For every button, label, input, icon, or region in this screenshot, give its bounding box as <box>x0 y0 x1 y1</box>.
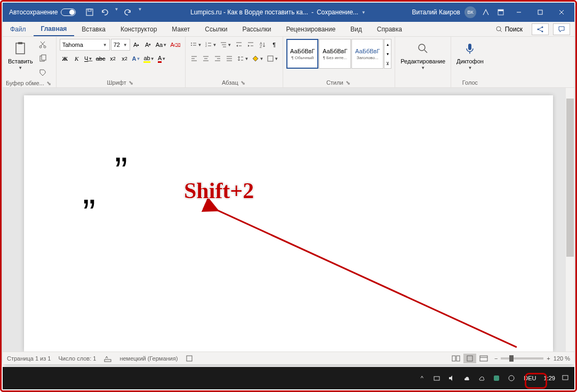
close-button[interactable] <box>551 3 572 22</box>
format-painter-button[interactable] <box>37 67 48 78</box>
scrollbar-thumb[interactable] <box>566 99 574 257</box>
justify-button[interactable] <box>224 53 235 64</box>
tab-view[interactable]: Вид <box>343 22 370 36</box>
undo-dropdown-icon[interactable]: ▼ <box>114 7 118 18</box>
redo-icon[interactable] <box>123 7 133 18</box>
copy-button[interactable] <box>37 53 48 64</box>
shading-button[interactable]: ▼ <box>251 53 265 64</box>
tab-file[interactable]: Файл <box>3 22 34 36</box>
underline-button[interactable]: Ч▼ <box>83 53 94 64</box>
tab-layout[interactable]: Макет <box>164 22 197 36</box>
style-nointerval[interactable]: АаБбВвГ¶ Без инте... <box>319 39 351 69</box>
svg-line-57 <box>217 210 517 347</box>
highlight-button[interactable]: ab▼ <box>142 53 155 64</box>
vertical-scrollbar[interactable] <box>566 88 574 352</box>
search-box[interactable]: Поиск <box>491 24 527 35</box>
group-clipboard: Вставить ▼ Буфер обме...⬊ <box>3 37 57 87</box>
subscript-button[interactable]: x2 <box>107 53 118 64</box>
maximize-button[interactable] <box>530 3 551 22</box>
style-normal[interactable]: АаБбВвГ¶ Обычный <box>286 39 318 69</box>
indent-button[interactable] <box>245 39 256 51</box>
macro-icon[interactable] <box>185 354 194 363</box>
cloud-icon[interactable] <box>477 373 486 383</box>
superscript-button[interactable]: x2 <box>119 53 130 64</box>
multilevel-button[interactable]: ▼ <box>219 39 233 51</box>
tab-insert[interactable]: Вставка <box>74 22 113 36</box>
read-mode-button[interactable] <box>450 354 462 363</box>
save-icon[interactable] <box>84 7 95 18</box>
font-color-button[interactable]: A▼ <box>157 53 167 64</box>
print-layout-button[interactable] <box>463 354 476 363</box>
bullets-button[interactable]: ▼ <box>189 39 203 51</box>
italic-button[interactable]: К <box>71 53 82 64</box>
coming-soon-icon[interactable] <box>480 7 491 18</box>
tab-home[interactable]: Главная <box>34 22 75 36</box>
zoom-slider[interactable] <box>501 357 543 360</box>
text-effects-button[interactable]: A▼ <box>131 53 141 64</box>
clock[interactable]: 1:29 <box>544 375 555 381</box>
style-heading1[interactable]: АаБбВвГЗаголово... <box>351 39 383 69</box>
outdent-button[interactable] <box>234 39 244 51</box>
web-layout-button[interactable] <box>477 354 490 363</box>
ribbon-options-icon[interactable] <box>495 7 506 18</box>
paste-button[interactable]: Вставить ▼ <box>6 39 35 71</box>
strike-button[interactable]: abc <box>95 53 107 64</box>
numbering-button[interactable]: 12▼ <box>204 39 218 51</box>
align-left-button[interactable] <box>189 53 199 64</box>
font-launcher[interactable]: ⬊ <box>129 79 135 86</box>
network-icon[interactable] <box>432 373 442 383</box>
share-button[interactable] <box>532 23 549 35</box>
clear-formatting-button[interactable]: A⌫ <box>169 39 182 51</box>
minimize-button[interactable] <box>508 3 530 22</box>
svg-rect-65 <box>434 377 439 380</box>
paragraph-launcher[interactable]: ⬊ <box>241 79 247 86</box>
autosave-toggle[interactable] <box>61 9 76 16</box>
svg-point-21 <box>191 43 192 44</box>
security-icon[interactable] <box>507 373 516 383</box>
tab-references[interactable]: Ссылки <box>197 22 235 36</box>
line-spacing-button[interactable]: ▼ <box>236 53 250 64</box>
borders-button[interactable]: ▼ <box>266 53 279 64</box>
language-indicator[interactable]: немецкий (Германия) <box>119 355 178 362</box>
svg-rect-5 <box>538 10 542 14</box>
editing-button[interactable]: Редактирование ▼ <box>398 39 447 71</box>
shrink-font-button[interactable]: A▾ <box>143 39 154 51</box>
zoom-out-button[interactable]: − <box>494 355 498 362</box>
change-case-button[interactable]: Aa▼ <box>155 39 168 51</box>
tab-review[interactable]: Рецензирование <box>278 22 343 36</box>
tab-help[interactable]: Справка <box>370 22 410 36</box>
volume-icon[interactable] <box>447 373 456 383</box>
font-size-select[interactable]: 72▼ <box>111 39 130 51</box>
tab-design[interactable]: Конструктор <box>113 22 164 36</box>
align-center-button[interactable] <box>201 53 211 64</box>
user-avatar[interactable]: ВК <box>464 6 476 18</box>
zoom-in-button[interactable]: + <box>547 355 550 362</box>
show-marks-button[interactable]: ¶ <box>269 39 279 51</box>
grow-font-button[interactable]: A▴ <box>131 39 142 51</box>
comments-button[interactable] <box>553 23 570 35</box>
page-indicator[interactable]: Страница 1 из 1 <box>7 355 51 362</box>
align-right-button[interactable] <box>212 53 223 64</box>
clipboard-launcher[interactable]: ⬊ <box>46 80 53 86</box>
spellcheck-icon[interactable] <box>103 354 112 363</box>
tray-expand-icon[interactable]: ^ <box>417 373 427 383</box>
page[interactable]: „ „ Shift+2 <box>24 95 553 352</box>
notifications-icon[interactable] <box>560 373 570 383</box>
onedrive-icon[interactable] <box>462 373 471 383</box>
language-indicator-taskbar[interactable]: DEU <box>522 375 538 381</box>
zoom-level[interactable]: 120 % <box>554 355 570 362</box>
bold-button[interactable]: Ж <box>60 53 70 64</box>
tab-mailings[interactable]: Рассылки <box>235 22 279 36</box>
undo-icon[interactable] <box>99 7 110 18</box>
styles-launcher[interactable]: ⬊ <box>346 79 352 86</box>
word-count[interactable]: Число слов: 1 <box>58 355 96 362</box>
cut-button[interactable] <box>37 39 48 51</box>
dictate-button[interactable]: Диктофон ▼ <box>454 39 486 71</box>
styles-more-button[interactable]: ▴▾⊻ <box>384 39 391 69</box>
app-icon[interactable] <box>492 373 501 383</box>
sort-button[interactable]: AZ <box>257 39 268 51</box>
svg-rect-20 <box>42 55 46 60</box>
title-dropdown-icon[interactable]: ▼ <box>362 10 366 15</box>
qat-customize-icon[interactable]: ▼ <box>138 7 142 18</box>
font-name-select[interactable]: Tahoma▼ <box>60 39 110 51</box>
